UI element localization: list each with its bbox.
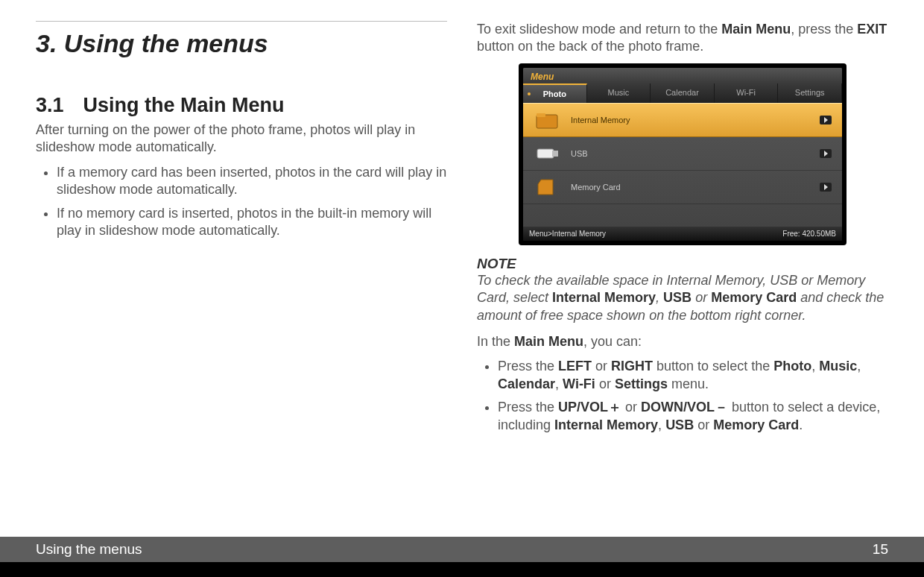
right-column: To exit slideshow mode and return to the… — [477, 21, 888, 537]
note-body: To check the available space in Internal… — [477, 272, 888, 324]
device-row-memory-card: Memory Card — [523, 171, 842, 204]
screenshot-breadcrumb: Menu>Internal Memory — [529, 230, 606, 238]
list-item: Press the LEFT or RIGHT button to select… — [498, 358, 888, 393]
main-menu-bullets: Press the LEFT or RIGHT button to select… — [477, 358, 888, 434]
list-item: If a memory card has been inserted, phot… — [57, 164, 447, 199]
tab-settings: Settings — [778, 83, 842, 103]
chevron-right-icon — [820, 116, 832, 124]
note-heading: NOTE — [477, 256, 888, 272]
intro-bullets: If a memory card has been inserted, phot… — [36, 164, 447, 240]
list-item: If no memory card is inserted, photos in… — [57, 205, 447, 240]
svg-marker-4 — [538, 180, 553, 195]
screenshot-menu-label: Menu — [523, 68, 842, 83]
device-row-label: USB — [571, 149, 588, 158]
section-number: 3.1 — [36, 94, 64, 117]
device-screenshot: Menu Photo Music Calendar Wi-Fi Settings… — [519, 63, 847, 245]
device-row-label: Internal Memory — [571, 116, 630, 124]
exit-paragraph: To exit slideshow mode and return to the… — [477, 21, 888, 56]
intro-paragraph: After turning on the power of the photo … — [36, 122, 447, 157]
device-row-internal-memory: Internal Memory — [523, 103, 842, 137]
svg-rect-1 — [537, 113, 545, 117]
folder-icon — [534, 110, 560, 130]
screenshot-footer: Menu>Internal Memory Free: 420.50MB — [523, 227, 842, 241]
tab-music: Music — [587, 83, 651, 103]
usb-icon — [534, 143, 560, 164]
list-item: Press the UP/VOL＋ or DOWN/VOL－ button to… — [498, 399, 888, 434]
sd-card-icon — [534, 177, 560, 198]
svg-rect-3 — [552, 151, 558, 157]
section-title: Using the Main Menu — [83, 94, 285, 116]
page-footer: Using the menus 15 — [0, 537, 924, 577]
section-heading: 3.1Using the Main Menu — [36, 94, 447, 117]
chapter-title: 3. Using the menus — [36, 29, 447, 58]
footer-page-number: 15 — [873, 541, 888, 558]
left-column: 3. Using the menus 3.1Using the Main Men… — [36, 21, 447, 537]
screenshot-free-space: Free: 420.50MB — [782, 230, 836, 238]
chevron-right-icon — [820, 183, 832, 192]
screenshot-tabs: Photo Music Calendar Wi-Fi Settings — [523, 83, 842, 103]
chevron-right-icon — [820, 149, 832, 158]
device-row-usb: USB — [523, 137, 842, 171]
svg-rect-2 — [537, 149, 554, 158]
tab-calendar: Calendar — [651, 83, 715, 103]
tab-photo: Photo — [523, 83, 587, 103]
footer-title: Using the menus — [36, 541, 142, 558]
tab-wifi: Wi-Fi — [715, 83, 779, 103]
divider — [36, 21, 447, 22]
in-main-menu-paragraph: In the Main Menu, you can: — [477, 333, 888, 350]
device-row-label: Memory Card — [571, 183, 621, 192]
